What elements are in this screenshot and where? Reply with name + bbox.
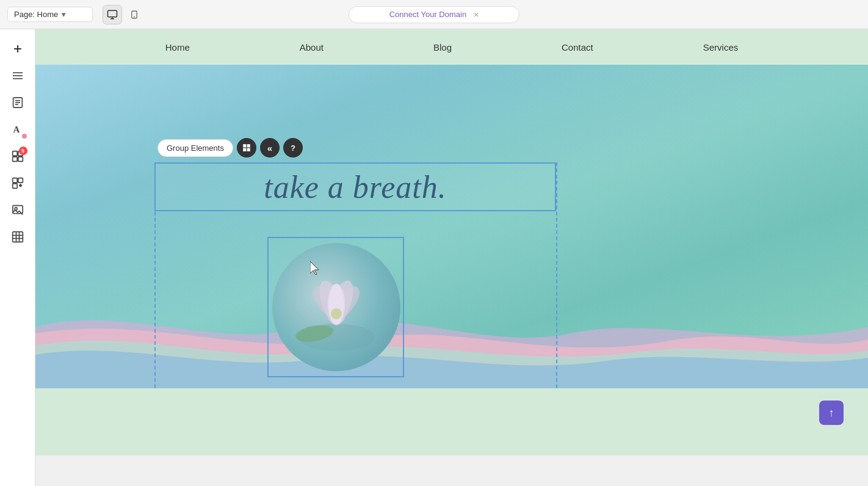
apps-badge: 5 (19, 147, 27, 155)
chevron-down-icon: ▾ (62, 10, 66, 19)
mobile-device-btn[interactable] (125, 5, 144, 24)
tab-close-icon[interactable]: × (474, 10, 479, 20)
svg-rect-17 (12, 157, 17, 162)
nav-item-home[interactable]: Home (110, 29, 245, 65)
waves (35, 254, 868, 388)
address-bar[interactable]: Connect Your Domain × (349, 6, 519, 23)
sidebar-table-btn[interactable] (5, 225, 30, 249)
svg-rect-31 (243, 148, 246, 151)
sidebar-layers-btn[interactable] (5, 63, 30, 88)
svg-rect-29 (243, 144, 246, 147)
canvas-area: Home About Blog Contact Services (35, 29, 868, 486)
help-icon-btn[interactable]: ? (283, 138, 303, 158)
nav-item-services[interactable]: Services (648, 29, 794, 65)
website-preview: Home About Blog Contact Services (35, 29, 868, 486)
svg-rect-20 (18, 178, 23, 183)
hero-section: Group Elements « ? take a breath. (35, 65, 868, 388)
svg-rect-19 (12, 178, 17, 183)
sidebar-add-btn[interactable] (5, 37, 30, 61)
page-selector[interactable]: Page: Home ▾ (7, 7, 93, 22)
nav-item-blog[interactable]: Blog (378, 29, 507, 65)
group-toolbar: Group Elements « ? (157, 138, 303, 158)
svg-rect-0 (108, 10, 117, 17)
svg-rect-32 (247, 148, 250, 151)
move-to-layers-btn[interactable] (237, 138, 256, 158)
scroll-to-top-btn[interactable]: ↑ (819, 401, 844, 425)
lotus-image (272, 243, 400, 371)
image-element-box[interactable] (267, 237, 404, 377)
device-icons (103, 5, 144, 24)
desktop-device-btn[interactable] (103, 5, 122, 24)
main-layout: A 5 (0, 29, 868, 486)
hero-headline: take a breath. (264, 169, 446, 205)
svg-rect-30 (247, 144, 250, 147)
svg-rect-24 (12, 232, 23, 242)
sidebar-apps-btn[interactable]: 5 (5, 144, 30, 169)
text-element-box[interactable]: take a breath. (154, 162, 556, 211)
scroll-up-icon: ↑ (829, 407, 834, 419)
nav-item-about[interactable]: About (245, 29, 378, 65)
svg-text:A: A (13, 125, 20, 134)
bottom-section (35, 388, 868, 455)
svg-point-41 (331, 308, 342, 319)
back-icon-btn[interactable]: « (260, 138, 280, 158)
svg-rect-21 (12, 184, 17, 189)
nav-item-contact[interactable]: Contact (507, 29, 648, 65)
address-text: Connect Your Domain (389, 10, 466, 19)
sidebar-widgets-btn[interactable] (5, 171, 30, 195)
sidebar-media-btn[interactable] (5, 198, 30, 222)
page-selector-label: Page: Home (14, 10, 58, 19)
svg-rect-15 (12, 151, 17, 156)
group-elements-btn[interactable]: Group Elements (157, 139, 233, 157)
browser-bar: Page: Home ▾ Connect Your Domain × (0, 0, 868, 29)
sidebar-text-styles-btn[interactable]: A (5, 117, 30, 142)
svg-rect-18 (18, 157, 23, 162)
sidebar: A 5 (0, 29, 35, 486)
sidebar-pages-btn[interactable] (5, 90, 30, 115)
site-nav: Home About Blog Contact Services (35, 29, 868, 65)
